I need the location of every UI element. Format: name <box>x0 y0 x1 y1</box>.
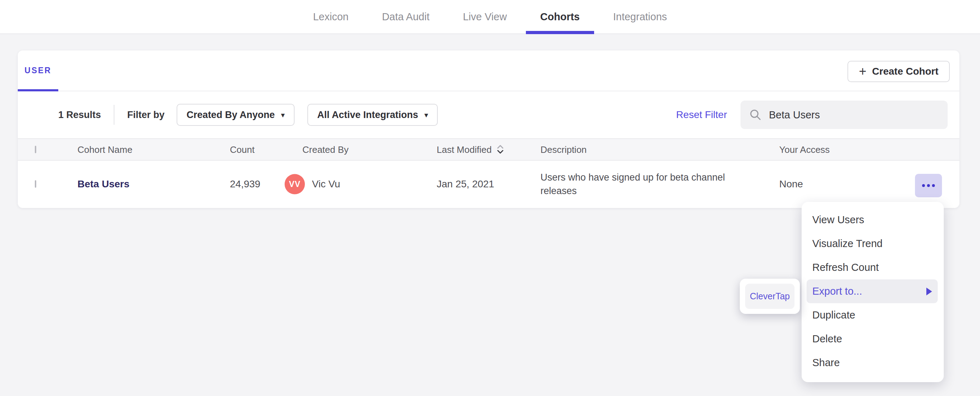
table-row: Beta Users 24,939 VV Vic Vu Jan 25, 2021… <box>18 161 959 207</box>
integrations-filter-value: All Active Integrations <box>317 110 418 120</box>
cohorts-page: Lexicon Data Audit Live View Cohorts Int… <box>0 0 980 396</box>
search-input[interactable]: Beta Users <box>740 101 948 129</box>
cohort-type-tabstrip: USER + Create Cohort <box>18 51 959 91</box>
col-created-by: Created By <box>302 144 348 155</box>
nav-tab-cohorts[interactable]: Cohorts <box>526 0 594 34</box>
row-actions-button[interactable] <box>915 174 942 197</box>
last-modified-cell: Jan 25, 2021 <box>437 179 494 190</box>
filter-by-label: Filter by <box>127 110 164 120</box>
divider <box>114 105 115 125</box>
submenu-item-clevertap[interactable]: CleverTap <box>745 284 794 309</box>
cohort-count: 24,939 <box>230 179 261 190</box>
filter-bar: 1 Results Filter by Created By Anyone ▾ … <box>18 91 959 138</box>
reset-filter-link[interactable]: Reset Filter <box>676 109 727 120</box>
cohorts-card: USER + Create Cohort 1 Results Filter by… <box>18 51 959 208</box>
col-last-modified[interactable]: Last Modified <box>437 144 504 155</box>
menu-item-share[interactable]: Share <box>802 351 944 375</box>
more-icon <box>932 184 935 187</box>
tab-user-label: USER <box>24 66 51 75</box>
description-cell: Users who have signed up for beta channe… <box>541 171 740 198</box>
menu-item-delete[interactable]: Delete <box>802 327 944 351</box>
tab-user[interactable]: USER <box>18 51 58 91</box>
menu-item-refresh-count[interactable]: Refresh Count <box>802 255 944 279</box>
nav-tab-live-view[interactable]: Live View <box>449 0 521 34</box>
col-your-access: Your Access <box>779 144 830 155</box>
created-by-cell: VV Vic Vu <box>285 174 340 194</box>
access-cell: None <box>779 179 803 190</box>
menu-item-visualize-trend[interactable]: Visualize Trend <box>802 232 944 255</box>
col-description: Description <box>541 144 587 155</box>
table-header: Cohort Name Count Created By Last Modifi… <box>18 138 959 161</box>
avatar: VV <box>285 174 305 194</box>
top-nav: Lexicon Data Audit Live View Cohorts Int… <box>299 0 681 34</box>
menu-item-view-users[interactable]: View Users <box>802 208 944 232</box>
nav-tab-integrations[interactable]: Integrations <box>599 0 681 34</box>
search-value: Beta Users <box>769 109 820 121</box>
more-icon <box>922 184 925 187</box>
plus-icon: + <box>859 65 866 78</box>
caret-down-icon: ▾ <box>425 111 428 119</box>
more-icon <box>927 184 930 187</box>
sort-icon <box>496 144 504 155</box>
create-cohort-button[interactable]: + Create Cohort <box>848 61 950 82</box>
search-icon <box>749 109 762 121</box>
menu-item-export-to[interactable]: Export to... <box>807 279 938 303</box>
top-nav-bar: Lexicon Data Audit Live View Cohorts Int… <box>0 0 980 34</box>
select-all-checkbox[interactable] <box>35 146 36 153</box>
row-actions-menu: View Users Visualize Trend Refresh Count… <box>802 202 944 382</box>
col-cohort-name: Cohort Name <box>78 144 132 155</box>
row-checkbox[interactable] <box>35 180 36 188</box>
cohort-name-link[interactable]: Beta Users <box>78 179 129 190</box>
create-cohort-label: Create Cohort <box>872 66 939 77</box>
nav-tab-data-audit[interactable]: Data Audit <box>368 0 444 34</box>
export-submenu: CleverTap <box>740 279 800 314</box>
menu-item-duplicate[interactable]: Duplicate <box>802 303 944 327</box>
created-by-filter-dropdown[interactable]: Created By Anyone ▾ <box>177 104 294 126</box>
submenu-arrow-icon <box>926 287 932 295</box>
creator-name: Vic Vu <box>312 179 340 190</box>
caret-down-icon: ▾ <box>281 111 285 119</box>
integrations-filter-dropdown[interactable]: All Active Integrations ▾ <box>307 104 438 126</box>
nav-tab-lexicon[interactable]: Lexicon <box>299 0 363 34</box>
col-count: Count <box>230 144 255 155</box>
results-count: 1 Results <box>58 110 101 120</box>
created-by-filter-value: Created By Anyone <box>186 110 275 120</box>
